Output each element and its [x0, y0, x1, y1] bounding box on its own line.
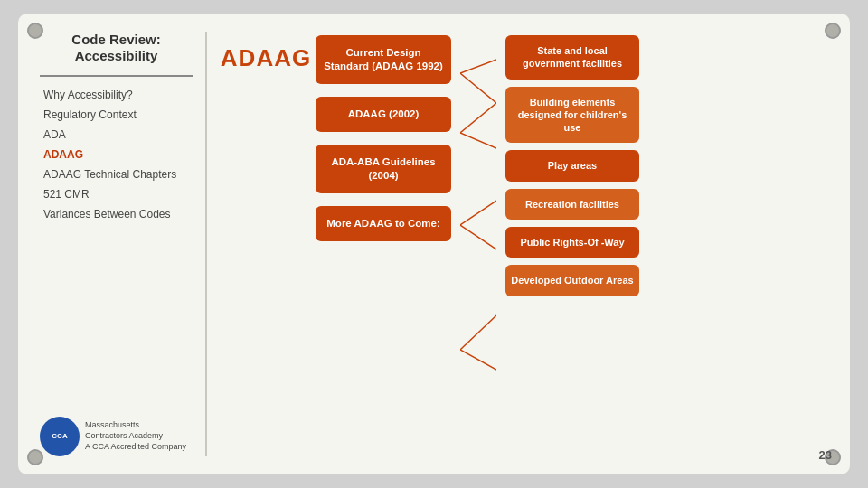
sidebar-item-ada[interactable]: ADA	[40, 126, 193, 144]
sidebar-item-adaag[interactable]: ADAAG	[40, 145, 193, 164]
right-box-play-areas: Play areas	[505, 150, 639, 181]
sidebar-item-regulatory-context[interactable]: Regulatory Context	[40, 106, 193, 124]
sidebar-title: Code Review: Accessibility	[40, 32, 193, 64]
adaag-label: ADAAG	[221, 44, 311, 72]
svg-line-5	[460, 225, 496, 249]
center-box-2: ADAAG (2002)	[316, 97, 451, 132]
screw-tr	[825, 23, 841, 39]
sidebar-item-521cmr[interactable]: 521 CMR	[40, 185, 193, 203]
sidebar-item-variances[interactable]: Variances Between Codes	[40, 205, 193, 223]
svg-line-3	[460, 133, 496, 148]
svg-line-7	[460, 350, 496, 370]
adaag-column: ADAAG	[225, 35, 307, 72]
right-box-outdoor-areas: Developed Outdoor Areas	[505, 265, 639, 296]
page-number: 23	[819, 448, 832, 462]
right-box-public-rights: Public Rights-Of -Way	[505, 227, 639, 258]
right-boxes-column: State and local government facilities Bu…	[505, 35, 639, 296]
svg-line-2	[460, 103, 496, 133]
right-box-state-local: State and local government facilities	[505, 35, 639, 80]
svg-line-0	[460, 60, 496, 73]
main-content: ADAAG Current Design Standard (ADAAG 199…	[207, 32, 828, 456]
svg-line-6	[460, 315, 496, 350]
center-boxes-column: Current Design Standard (ADAAG 1992) ADA…	[316, 35, 451, 241]
screw-tl	[27, 23, 43, 39]
sidebar-item-why-accessibility[interactable]: Why Accessibility?	[40, 86, 193, 104]
svg-line-1	[460, 73, 496, 103]
right-box-building-elements: Building elements designed for children'…	[505, 87, 639, 144]
sidebar-divider	[40, 75, 193, 77]
logo-text: Massachusetts Contractors Academy A CCA …	[85, 420, 186, 452]
arrows-svg	[460, 35, 496, 424]
center-box-4: More ADAAG to Come:	[316, 206, 451, 241]
center-box-3: ADA-ABA Guidelines (2004)	[316, 145, 451, 193]
sidebar-logo: CCA Massachusetts Contractors Academy A …	[40, 408, 193, 456]
sidebar: Code Review: Accessibility Why Accessibi…	[40, 32, 207, 456]
screw-bl	[27, 449, 43, 465]
right-box-recreation: Recreation facilities	[505, 189, 639, 220]
logo-icon: CCA	[52, 432, 67, 441]
svg-line-4	[460, 201, 496, 225]
slide: Code Review: Accessibility Why Accessibi…	[18, 14, 850, 474]
logo-circle: CCA	[40, 417, 80, 456]
sidebar-item-adaag-technical[interactable]: ADAAG Technical Chapters	[40, 165, 193, 183]
arrows-column	[460, 35, 496, 424]
center-box-1: Current Design Standard (ADAAG 1992)	[316, 35, 451, 84]
